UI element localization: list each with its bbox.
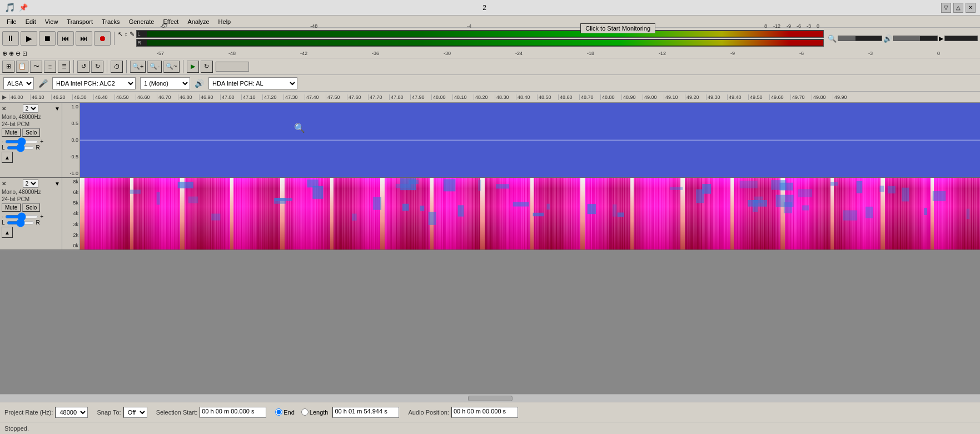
snap-to-select[interactable]: Off [123,407,147,418]
selection-start-value[interactable]: 00 h 00 m 00.000 s [200,407,266,418]
track2-icon[interactable]: ≣ [58,61,70,73]
input-device-select[interactable]: HDA Intel PCH: ALC2 [52,77,136,89]
gain-minus-icon: - [2,138,3,144]
length-label[interactable]: Length [310,409,329,416]
tick: 49.70 [790,94,812,100]
menu-tracks[interactable]: Tracks [97,17,125,26]
snap-icon[interactable]: ⊕ [2,50,7,57]
zoom-out-button[interactable]: 🔍- [147,61,162,73]
scale-label: -24 [515,51,523,56]
tick: 47.10 [241,94,262,100]
undo-button[interactable]: ↺ [77,61,89,73]
track-1-expand-button[interactable]: ▲ [2,152,13,163]
track-2-mute-button[interactable]: Mute [2,203,21,212]
play-green-button[interactable]: ▶ [187,61,199,73]
zoom-out-icon[interactable]: ⊖ [16,50,21,57]
menu-transport[interactable]: Transport [62,17,97,26]
track-2-close-button[interactable]: ✕ [2,181,6,187]
separator [126,60,127,73]
track-1-mute-button[interactable]: Mute [2,128,21,137]
track-1-info-line1: Mono, 48000Hz [2,114,60,120]
tick: 48.30 [495,94,516,100]
zoom-in-icon[interactable]: ⊕ [9,50,14,57]
select-tool-icon[interactable]: ↖ [118,31,123,38]
device-toolbar: ALSA 🎤 HDA Intel PCH: ALC2 1 (Mono) 🔊 HD… [0,75,980,92]
clipboard-icon[interactable]: 📋 [16,61,28,73]
zoom-sel-button[interactable]: 🔍~ [163,61,179,73]
scale-label: 0 [937,51,940,56]
tick: 48.50 [537,94,558,100]
play-button[interactable]: ▶ [21,31,37,46]
length-radio[interactable] [301,408,309,416]
tick: 48.40 [516,94,537,100]
scale-label: -3 [868,51,873,56]
project-rate-select[interactable]: 48000 [55,407,88,418]
pause-button[interactable]: ⏸ [2,31,19,46]
close-button[interactable]: ✕ [966,3,976,13]
track-1-waveform[interactable]: 🔍 [80,103,980,177]
tick: 48.20 [474,94,495,100]
tick: 46.00 [9,94,30,100]
snap-to-label: Snap To: [97,409,121,416]
track-1-solo-button[interactable]: Solo [22,128,40,137]
tick: 49.20 [685,94,706,100]
minimize-button[interactable]: ▽ [941,3,951,13]
maximize-button[interactable]: △ [953,3,963,13]
click-to-monitor-button[interactable]: Click to Start Monitoring [580,23,655,33]
loop-icon[interactable]: ↻ [201,61,213,73]
track-1-number-select[interactable]: 2 [23,104,38,113]
output-device-select[interactable]: HDA Intel PCH: AL [208,77,297,89]
track-1-info-line2: 24-bit PCM [2,121,60,127]
ruler-ticks: 46.00 46.10 46.20 46.30 46.40 46.50 46.6… [9,94,980,100]
redo-button[interactable]: ↻ [91,61,103,73]
speaker-icon[interactable]: 🔊 [883,34,892,43]
track-icon[interactable]: ≡ [44,61,56,73]
end-label[interactable]: End [283,409,295,416]
track-1-pan-slider[interactable] [7,146,34,149]
track-2-number-select[interactable]: 2 [23,179,38,188]
mic-icon: 🎤 [38,79,48,88]
stop-button[interactable]: ⏹ [39,31,56,46]
menu-file[interactable]: File [2,17,21,26]
scrub-control[interactable] [216,62,249,72]
gain2-minus-icon: - [2,213,3,220]
tick: 48.10 [452,94,474,100]
horizontal-scrollbar[interactable] [0,394,980,402]
collapse2-icon[interactable]: ▼ [54,181,60,187]
waveform-icon[interactable]: 〜 [30,61,42,73]
tick: 47.80 [389,94,410,100]
pan-l-label: L [2,144,5,151]
pin-icon[interactable]: 📌 [19,3,28,12]
spectrogram-canvas[interactable] [80,178,980,250]
skip-forward-button[interactable]: ⏭ [76,31,92,46]
track-1-content[interactable]: 🔍 [80,103,980,177]
multi-tool-button[interactable]: ⊞ [2,61,14,73]
playback-icon[interactable]: ▶ [939,35,943,42]
track-2-info-line2: 24-bit PCM [2,196,60,202]
record-button[interactable]: ⏺ [94,31,111,46]
tick: 47.70 [368,94,389,100]
skip-back-button[interactable]: ⏮ [57,31,74,46]
zoom-fit-icon[interactable]: ⊡ [22,50,27,57]
selection-end-value[interactable]: 00 h 01 m 54.944 s [332,407,399,418]
track-2-expand-button[interactable]: ▲ [2,227,13,238]
draw-tool-icon[interactable]: ✎ [130,31,135,38]
audio-position-value[interactable]: 00 h 00 m 00.000 s [451,407,518,418]
envelope-tool-icon[interactable]: ↕ [125,31,128,37]
end-radio[interactable] [275,408,282,416]
channels-select[interactable]: 1 (Mono) [140,77,190,89]
menu-edit[interactable]: Edit [21,17,41,26]
menu-view[interactable]: View [41,17,63,26]
track-1-close-button[interactable]: ✕ [2,106,6,112]
collapse-icon[interactable]: ▼ [54,106,60,112]
timer-icon[interactable]: ⏱ [111,61,123,73]
api-select[interactable]: ALSA [3,77,34,89]
track-2-pan-slider[interactable] [7,221,34,225]
pan2-r-label: R [36,220,40,226]
track-2-solo-button[interactable]: Solo [22,203,40,212]
track-2-y-axis: 8k 6k 5k 4k 3k 2k 0k [62,178,80,250]
scrollbar-thumb[interactable] [468,396,513,401]
zoom-in-button[interactable]: 🔍+ [130,61,146,73]
zoom-icon[interactable]: 🔍 [828,34,837,43]
track-2-content[interactable] [80,178,980,250]
